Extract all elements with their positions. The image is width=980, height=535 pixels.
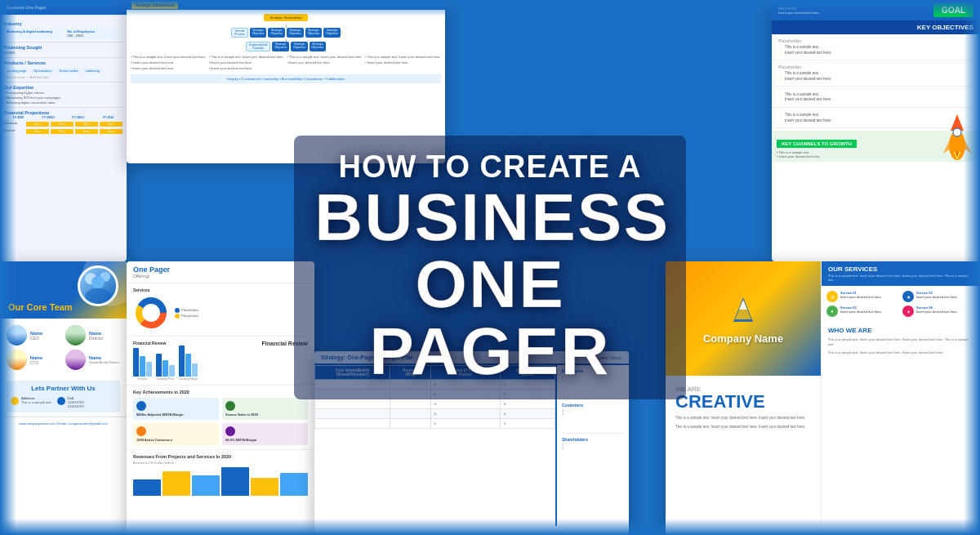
- strategic-badge: Strategic Stewardship: [131, 2, 178, 9]
- pager-title: One Pager: [133, 265, 170, 274]
- one-pager-text: ONE PAGER: [314, 251, 666, 385]
- card-company: Company Name WE ARE CREATIVE This is a s…: [666, 261, 980, 535]
- service-2-icon: ★: [902, 291, 914, 302]
- key-objectives-header: KEY OBJECTIVES: [772, 20, 980, 34]
- svg-point-2: [953, 128, 961, 136]
- service-3-icon: ♦: [826, 305, 838, 317]
- key-channels-section: KEY CHANNELS TO GROWTH • This is a sampl…: [772, 131, 980, 162]
- card-tl-body: Industry Marketing & digital marketing N…: [0, 15, 127, 140]
- avatar-1: [7, 325, 27, 346]
- company-desc-2: This is a sample text. Insert your desir…: [675, 425, 811, 430]
- objectives-section-3: This is a sample text. Insert your desir…: [772, 87, 980, 108]
- goal-badge: GOAL: [933, 3, 973, 17]
- business-text: BUSINESS: [314, 184, 666, 251]
- fp-years: FY 2009 FY 20010 FY 20011 FY 2012: [4, 116, 122, 119]
- card-tl-header: Business One Pager: [0, 0, 127, 15]
- card-tl-title: Business One Pager: [7, 5, 47, 10]
- employees-box: No. of Employees 500 - 1000: [65, 28, 123, 39]
- team-member-3: Name CTO: [7, 350, 61, 370]
- org-level2: InternalProcess StrategicObjective Strat…: [131, 28, 441, 38]
- achievement-2: Sxxxxx Sales in 2020: [222, 398, 308, 420]
- center-text-box: HOW TO CREATE A BUSINESS ONE PAGER: [294, 136, 686, 400]
- partner-section: Lets Partner With Us Address: This is a …: [7, 381, 120, 412]
- address-item: Address: This is a sample text.: [11, 396, 52, 408]
- goal-header: DATE HERE Insert your desired text here.…: [772, 0, 980, 20]
- card-top-right: DATE HERE Insert your desired text here.…: [772, 0, 980, 261]
- achievements-grid: $450m Adjusted EBITA Margin Sxxxxx Sales…: [133, 398, 308, 445]
- divider2: [4, 57, 122, 58]
- company-logo-icon: [727, 293, 760, 326]
- core-team-title: Our Core Team: [8, 302, 73, 312]
- location-icon: [11, 397, 19, 405]
- card-financial: One Pager Offerings Services Placeholder…: [127, 261, 314, 535]
- divider1: [4, 42, 122, 42]
- financial-chart: Revenue Operating Profit: [133, 348, 198, 381]
- team-member-2: Name Director: [65, 325, 120, 346]
- card-mid-left: Our Core Team Name CEO Name Director: [0, 261, 127, 535]
- fp-revenue-row: Revenue $xxx $xxx $xxx $xxx: [4, 121, 122, 127]
- website-footer: www.companyname.com | Email: companyname…: [0, 417, 127, 430]
- team-member-4: Name Social Media Partner: [65, 350, 120, 370]
- avatar-4: [65, 350, 86, 370]
- phone-icon: [57, 397, 65, 405]
- card-company-right: OUR SERVICES This is a sample text. Inse…: [821, 261, 980, 535]
- services-header: OUR SERVICES This is a sample text. Inse…: [822, 261, 980, 286]
- company-name-text: Company Name: [703, 332, 783, 345]
- industry-box: Marketing & digital marketing: [4, 28, 62, 39]
- industry-row: Marketing & digital marketing No. of Emp…: [4, 28, 122, 39]
- service-4: ✦ Service 04 Insert your desired text he…: [902, 305, 975, 317]
- revenues-section: Revenues From Projects and Services In 2…: [127, 450, 314, 500]
- team-member-1: Name CEO: [7, 325, 61, 346]
- divider3: [4, 82, 122, 82]
- service-1-icon: ⚙: [826, 291, 838, 302]
- company-desc-1: This is a sample text. Insert your desir…: [675, 416, 811, 421]
- card-top-left: Business One Pager Industry Marketing & …: [0, 0, 127, 261]
- card-company-left: Company Name WE ARE CREATIVE This is a s…: [666, 261, 821, 535]
- card-ml-header: Our Core Team: [0, 261, 127, 319]
- bullet-columns: • This is a sample text. Insert your des…: [131, 55, 441, 70]
- phone-item: Call 123456789123456780: [57, 396, 84, 408]
- org-chart-top: Strategic Stewardship: [131, 14, 441, 21]
- creative-section: WE ARE CREATIVE This is a sample text. I…: [666, 376, 821, 440]
- who-we-are-section: WHO WE ARE This is a sample text. Insert…: [822, 322, 980, 360]
- divider4: [4, 107, 122, 108]
- svg-point-9: [91, 276, 105, 289]
- achievement-1: $450m Adjusted EBITA Margin: [133, 398, 219, 420]
- company-header: Company Name: [666, 261, 821, 376]
- avatar-3: [7, 350, 27, 370]
- financial-header: One Pager Offerings: [127, 261, 314, 283]
- achievement-3: 1200 Active Customers: [133, 423, 219, 445]
- placeholder-section-2: Placeholder This is a sample text. Inser…: [772, 60, 980, 87]
- fp-income-row: Income $xxx $xxx $xxx $xxx: [4, 128, 122, 134]
- values-footer: Integrity • Commitment • Leadership • Ac…: [131, 74, 441, 83]
- services-grid: ⚙ Service 01 Insert your desired text he…: [822, 286, 980, 322]
- offerings-section: Services Placeholder Placeholder: [127, 283, 314, 337]
- card-tc-body: Strategic Stewardship InternalProcess St…: [127, 10, 445, 87]
- financial-review-section: Financial Review Revenue: [127, 337, 314, 386]
- contact-row: Address: This is a sample text. Call 123…: [11, 396, 116, 408]
- org-level3: OrganizationalCapacity StrategicObjectiv…: [131, 42, 441, 51]
- card-tc-header: Strategic Stewardship: [127, 0, 445, 10]
- creative-label: CREATIVE: [675, 393, 811, 411]
- avatar-2: [65, 325, 86, 346]
- donut-chart: [133, 295, 170, 332]
- service-1: ⚙ Service 01 Insert your desired text he…: [826, 291, 899, 302]
- svg-point-10: [85, 288, 111, 305]
- achievements-section: Key Achievements in 2020 $450m Adjusted …: [127, 386, 314, 450]
- service-4-icon: ✦: [902, 305, 914, 317]
- industry-label: Industry: [4, 21, 122, 26]
- rocket-icon: [939, 113, 976, 162]
- main-container: Business One Pager Industry Marketing & …: [0, 0, 980, 535]
- team-photo: [78, 265, 118, 306]
- achievement-4: 26.3% EBITA Margin: [222, 423, 308, 445]
- service-2: ★ Service 02 Insert your desired text he…: [902, 291, 975, 302]
- how-to-text: HOW TO CREATE A: [314, 150, 666, 185]
- center-overlay: HOW TO CREATE A BUSINESS ONE PAGER: [294, 136, 686, 400]
- channels-title: KEY CHANNELS TO GROWTH: [777, 140, 857, 148]
- revenue-bars: [133, 467, 308, 496]
- team-grid: Name CEO Name Director Name: [0, 319, 127, 377]
- placeholder-section-1: Placeholder This is a sample text. Inser…: [772, 34, 980, 60]
- service-3: ♦ Service 03 Insert your desired text he…: [826, 305, 899, 317]
- tags-container: Landing page Optimization Social media m…: [4, 67, 122, 74]
